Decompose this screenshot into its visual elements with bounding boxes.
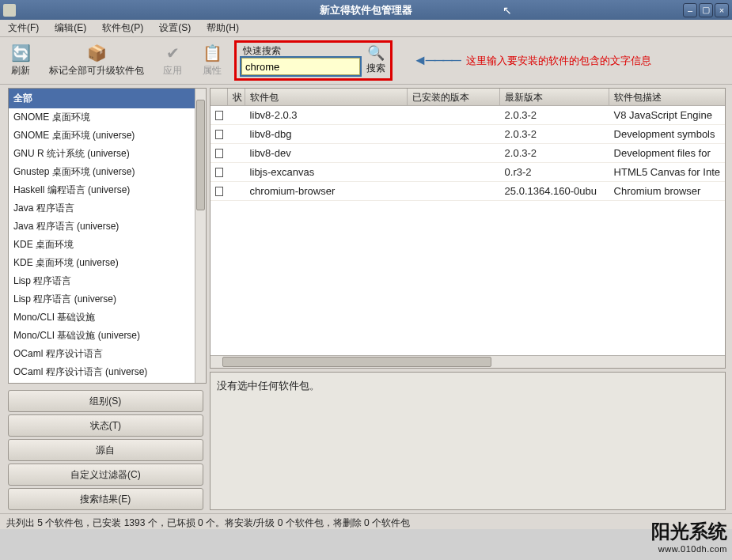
horizontal-scrollbar-thumb[interactable] [222, 357, 491, 367]
refresh-icon: 🔄 [9, 44, 32, 62]
pkg-latest: 0.r3-2 [500, 166, 609, 178]
category-item[interactable]: Java 程序语言 (universe) [9, 218, 195, 236]
menubar: 文件(F) 编辑(E) 软件包(P) 设置(S) 帮助(H) [0, 20, 732, 37]
category-item[interactable]: GNU R 统计系统 (universe) [9, 145, 195, 163]
app-icon [3, 4, 16, 17]
category-item[interactable]: Mono/CLI 基础设施 (universe) [9, 327, 195, 345]
pkg-desc: Development files for [609, 147, 725, 159]
category-item[interactable]: KDE 桌面环境 (universe) [9, 254, 195, 272]
category-item[interactable]: OCaml 程序设计语言 [9, 345, 195, 363]
pkg-latest: 25.0.1364.160-0ubu [500, 185, 609, 197]
category-item[interactable]: OCaml 程序设计语言 (universe) [9, 363, 195, 381]
apply-button[interactable]: ✔ 应用 [155, 40, 190, 81]
menu-settings[interactable]: 设置(S) [156, 20, 194, 36]
category-item[interactable]: GNOME 桌面环境 (universe) [9, 127, 195, 145]
refresh-button[interactable]: 🔄 刷新 [3, 40, 38, 81]
table-row[interactable]: libv8-dbg2.0.3-2Development symbols [210, 125, 725, 144]
maximize-button[interactable]: ▢ [699, 3, 713, 17]
mark-upgrades-button[interactable]: 📦 标记全部可升级软件包 [43, 40, 150, 81]
properties-button[interactable]: 📋 属性 [195, 40, 229, 81]
apply-icon: ✔ [161, 44, 184, 62]
column-installed[interactable]: 已安装的版本 [408, 89, 500, 105]
pkg-latest: 2.0.3-2 [500, 109, 609, 121]
filter-origin-button[interactable]: 源自 [8, 439, 203, 461]
titlebar: 新立得软件包管理器 – ▢ × ↖ [0, 0, 732, 20]
category-item[interactable]: KDE 桌面环境 [9, 236, 195, 254]
table-row[interactable]: libv8-2.0.32.0.3-2V8 JavaScript Engine [210, 106, 725, 125]
search-input[interactable] [241, 58, 360, 75]
package-list-header: 状 软件包 已安装的版本 最新版本 软件包描述 [210, 89, 725, 106]
filter-status-button[interactable]: 状态(T) [8, 414, 203, 437]
package-list-frame: 状 软件包 已安装的版本 最新版本 软件包描述 libv8-2.0.32.0.3… [210, 88, 726, 369]
package-checkbox[interactable] [215, 130, 223, 139]
column-latest[interactable]: 最新版本 [500, 89, 609, 105]
menu-help[interactable]: 帮助(H) [203, 20, 242, 36]
filter-results-button[interactable]: 搜索结果(E) [8, 488, 203, 510]
search-button-label: 搜索 [366, 62, 385, 75]
close-button[interactable]: × [715, 3, 729, 17]
pkg-name: libv8-2.0.3 [245, 109, 408, 121]
package-checkbox[interactable] [215, 187, 223, 196]
pkg-name: libv8-dev [245, 147, 408, 159]
search-button[interactable]: 🔍 搜索 [366, 44, 385, 75]
table-row[interactable]: libv8-dev2.0.3-2Development files for [210, 144, 725, 163]
menu-edit[interactable]: 编辑(E) [51, 20, 89, 36]
column-description[interactable]: 软件包描述 [609, 89, 725, 105]
description-text: 没有选中任何软件包。 [217, 380, 320, 392]
menu-file[interactable]: 文件(F) [5, 20, 42, 36]
category-list[interactable]: 全部GNOME 桌面环境GNOME 桌面环境 (universe)GNU R 统… [9, 89, 195, 383]
horizontal-scrollbar[interactable] [210, 355, 725, 368]
status-text: 共列出 5 个软件包，已安装 1393 个，已坏损 0 个。将安装/升级 0 个… [6, 517, 410, 528]
category-item[interactable]: Lisp 程序语言 (universe) [9, 290, 195, 308]
pkg-name: libjs-excanvas [245, 166, 408, 178]
filter-custom-button[interactable]: 自定义过滤器(C) [8, 464, 203, 486]
pkg-desc: Development symbols [609, 128, 725, 140]
package-rows: libv8-2.0.32.0.3-2V8 JavaScript Engineli… [210, 106, 725, 201]
mark-upgrades-icon: 📦 [85, 44, 108, 62]
pkg-name: libv8-dbg [245, 128, 408, 140]
pkg-latest: 2.0.3-2 [500, 147, 609, 159]
pkg-desc: V8 JavaScript Engine [609, 109, 725, 121]
package-checkbox[interactable] [215, 168, 223, 177]
annotation-text: 这里输入要安装的软件的包含的文字信息 [466, 54, 651, 68]
binoculars-icon: 🔍 [367, 44, 385, 60]
category-item[interactable]: Mono/CLI 基础设施 [9, 308, 195, 327]
properties-icon: 📋 [201, 44, 223, 62]
statusbar: 共列出 5 个软件包，已安装 1393 个，已坏损 0 个。将安装/升级 0 个… [0, 513, 732, 529]
column-sort[interactable]: 状 [228, 89, 245, 105]
category-item[interactable]: PHP 程序设计语言 (universe) [9, 381, 195, 383]
filter-groups-button[interactable]: 组别(S) [8, 390, 203, 412]
mark-upgrades-label: 标记全部可升级软件包 [49, 64, 144, 78]
toolbar: 🔄 刷新 📦 标记全部可升级软件包 ✔ 应用 📋 属性 快速搜索 🔍 搜索 ◄─… [0, 37, 732, 85]
table-row[interactable]: chromium-browser25.0.1364.160-0ubuChromi… [210, 182, 725, 201]
pkg-latest: 2.0.3-2 [500, 128, 609, 140]
annotation: ◄──── 这里输入要安装的软件的包含的文字信息 [413, 40, 651, 81]
pkg-desc: Chromium browser [609, 185, 725, 197]
pkg-desc: HTML5 Canvas for Inte [609, 166, 725, 178]
minimize-button[interactable]: – [683, 3, 697, 17]
category-item[interactable]: Gnustep 桌面环境 (universe) [9, 163, 195, 181]
description-panel: 没有选中任何软件包。 [210, 372, 726, 510]
category-item[interactable]: Java 程序语言 [9, 199, 195, 218]
pkg-name: chromium-browser [245, 185, 408, 197]
package-checkbox[interactable] [215, 149, 223, 158]
category-list-frame: 全部GNOME 桌面环境GNOME 桌面环境 (universe)GNU R 统… [8, 88, 207, 384]
refresh-label: 刷新 [11, 64, 30, 78]
window-title: 新立得软件包管理器 [320, 3, 412, 17]
watermark-url: www.010dh.com [651, 544, 727, 554]
menu-package[interactable]: 软件包(P) [99, 20, 146, 36]
quick-search-group: 快速搜索 🔍 搜索 [234, 40, 393, 81]
quick-search-label: 快速搜索 [243, 44, 281, 58]
category-scrollbar[interactable] [195, 89, 206, 383]
category-item[interactable]: Lisp 程序语言 [9, 272, 195, 290]
category-item[interactable]: GNOME 桌面环境 [9, 108, 195, 127]
cursor-icon: ↖ [503, 4, 512, 17]
column-name[interactable]: 软件包 [245, 89, 408, 105]
scrollbar-thumb[interactable] [196, 100, 205, 210]
column-select[interactable] [210, 89, 228, 105]
category-item[interactable]: Haskell 编程语言 (universe) [9, 181, 195, 199]
category-item[interactable]: 全部 [9, 89, 195, 108]
table-row[interactable]: libjs-excanvas0.r3-2HTML5 Canvas for Int… [210, 163, 725, 182]
arrow-left-icon: ◄──── [413, 52, 460, 69]
package-checkbox[interactable] [215, 111, 223, 120]
